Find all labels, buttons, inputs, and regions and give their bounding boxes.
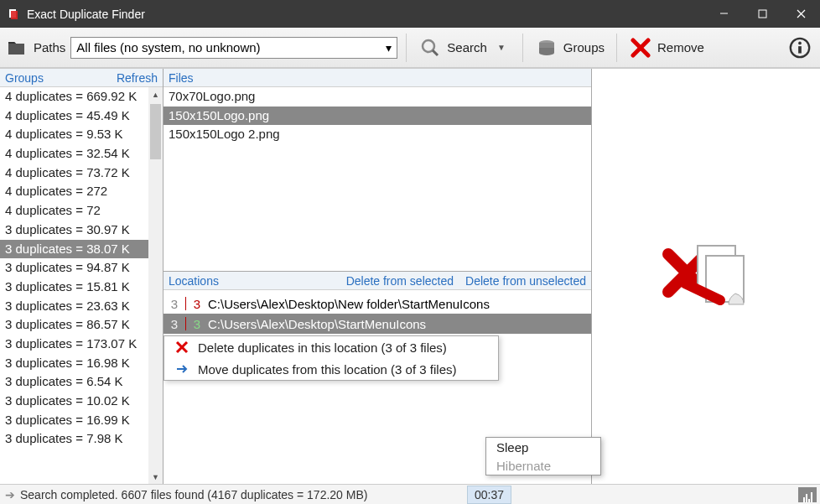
svg-point-6 (423, 40, 434, 52)
group-item[interactable]: 3 duplicates = 30.97 K (0, 221, 148, 240)
search-button[interactable]: Search ▼ (415, 36, 513, 60)
close-button[interactable] (781, 0, 820, 28)
window-title: Exact Duplicate Finder (27, 8, 704, 21)
group-item[interactable]: 4 duplicates = 272 (0, 182, 148, 201)
group-item[interactable]: 3 duplicates = 173.07 K (0, 335, 148, 354)
group-item[interactable]: 3 duplicates = 94.87 K (0, 258, 148, 278)
group-item[interactable]: 3 duplicates = 16.99 K (0, 411, 148, 430)
maximize-button[interactable] (743, 0, 781, 28)
info-icon (788, 36, 812, 60)
statusbar: ➔ Search completed. 6607 files found (41… (0, 484, 820, 504)
scroll-thumb[interactable] (150, 104, 161, 159)
groups-panel: Groups Refresh 4 duplicates = 669.92 K4 … (0, 69, 163, 484)
move-icon (174, 362, 189, 376)
location-context-menu: Delete duplicates in this location (3 of… (163, 335, 499, 381)
group-item[interactable]: 3 duplicates = 38.07 K (0, 240, 148, 259)
svg-point-12 (798, 41, 802, 44)
refresh-link[interactable]: Refresh (117, 71, 158, 85)
loc-count-total: 3 (169, 317, 180, 331)
status-chart-icon[interactable] (798, 487, 817, 502)
group-item[interactable]: 4 duplicates = 45.49 K (0, 107, 148, 126)
main-area: Groups Refresh 4 duplicates = 669.92 K4 … (0, 68, 820, 484)
group-item[interactable]: 3 duplicates = 15.81 K (0, 278, 148, 297)
group-item[interactable]: 3 duplicates = 16.98 K (0, 354, 148, 373)
remove-icon (629, 36, 652, 60)
info-button[interactable] (785, 36, 815, 60)
folder-icon (5, 36, 29, 60)
minimize-button[interactable] (704, 0, 743, 28)
file-item[interactable]: 150x150Logo.png (163, 107, 591, 126)
scroll-down-arrow[interactable]: ▼ (148, 470, 163, 484)
files-panel: Files 70x70Logo.png150x150Logo.png150x15… (163, 69, 592, 484)
app-icon (7, 8, 20, 21)
group-item[interactable]: 4 duplicates = 669.92 K (0, 87, 148, 107)
loc-count-total: 3 (169, 297, 180, 311)
location-row[interactable]: 33C:\Users\Alex\Desktop\New folder\Start… (163, 294, 591, 314)
file-item[interactable]: 150x150Logo 2.png (163, 125, 591, 144)
delete-icon (174, 340, 189, 354)
paths-label: Paths (34, 40, 65, 55)
files-header: Files (163, 69, 591, 87)
power-hibernate: Hibernate (486, 456, 600, 475)
location-row[interactable]: 33C:\Users\Alex\Desktop\StartMenuIcons (163, 314, 591, 334)
group-item[interactable]: 4 duplicates = 73.72 K (0, 164, 148, 183)
search-dropdown-arrow[interactable]: ▼ (492, 43, 511, 52)
group-item[interactable]: 3 duplicates = 23.63 K (0, 297, 148, 316)
locations-header: Locations Delete from selected Delete fr… (163, 272, 591, 290)
ctx-delete-duplicates[interactable]: Delete duplicates in this location (3 of… (164, 336, 498, 358)
svg-rect-13 (798, 46, 802, 53)
chevron-down-icon: ▾ (386, 41, 392, 55)
groups-scrollbar[interactable]: ▲ ▼ (148, 87, 163, 484)
ctx-move-duplicates[interactable]: Move duplicates from this location (3 of… (164, 358, 498, 380)
status-arrow-icon: ➔ (0, 488, 20, 501)
loc-count-dup: 3 (191, 317, 203, 331)
loc-path: C:\Users\Alex\Desktop\New folder\StartMe… (208, 297, 490, 311)
groups-icon (535, 36, 558, 60)
group-item[interactable]: 3 duplicates = 7.98 K (0, 429, 148, 449)
loc-path: C:\Users\Alex\Desktop\StartMenuIcons (208, 317, 426, 331)
group-item[interactable]: 4 duplicates = 72 (0, 201, 148, 221)
toolbar: Paths All files (no system, no unknown) … (0, 28, 820, 68)
scroll-up-arrow[interactable]: ▲ (148, 87, 163, 101)
svg-line-7 (433, 50, 438, 55)
power-sleep[interactable]: Sleep (486, 438, 600, 456)
paths-value: All files (no system, no unknown) (76, 40, 260, 55)
delete-from-unselected-link[interactable]: Delete from unselected (465, 274, 586, 288)
status-timer: 00:37 (467, 486, 511, 504)
group-item[interactable]: 4 duplicates = 9.53 K (0, 125, 148, 144)
groups-list[interactable]: 4 duplicates = 669.92 K4 duplicates = 45… (0, 87, 163, 484)
file-item[interactable]: 70x70Logo.png (163, 87, 591, 107)
delete-from-selected-link[interactable]: Delete from selected (346, 274, 454, 288)
group-item[interactable]: 3 duplicates = 10.02 K (0, 392, 148, 411)
group-item[interactable]: 3 duplicates = 6.54 K (0, 372, 148, 392)
loc-count-dup: 3 (191, 297, 203, 311)
group-item[interactable]: 3 duplicates = 86.57 K (0, 315, 148, 335)
paths-dropdown[interactable]: All files (no system, no unknown) ▾ (70, 37, 397, 59)
status-message: Search completed. 6607 files found (4167… (20, 488, 467, 501)
group-item[interactable]: 4 duplicates = 32.54 K (0, 144, 148, 164)
search-icon (418, 36, 442, 60)
preview-placeholder-icon (660, 237, 752, 315)
preview-panel (592, 69, 820, 484)
remove-button[interactable]: Remove (625, 36, 708, 60)
titlebar: Exact Duplicate Finder (0, 0, 820, 28)
power-menu: Sleep Hibernate (485, 437, 601, 475)
groups-header: Groups Refresh (0, 69, 163, 87)
files-list[interactable]: 70x70Logo.png150x150Logo.png150x150Logo … (163, 87, 591, 271)
svg-rect-3 (759, 10, 766, 18)
svg-rect-1 (11, 11, 18, 19)
groups-button[interactable]: Groups (532, 36, 608, 60)
